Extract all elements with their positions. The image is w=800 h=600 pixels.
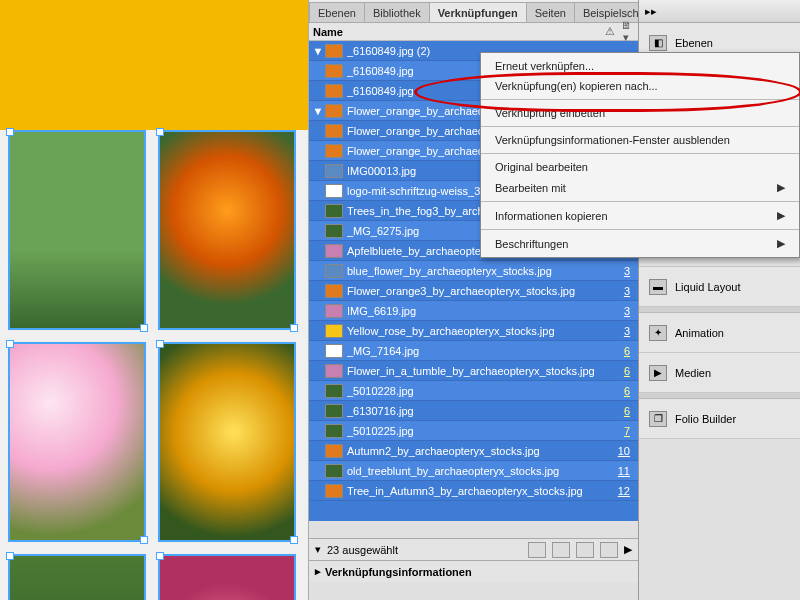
placed-image[interactable]	[8, 342, 146, 542]
link-thumbnail-icon	[325, 184, 343, 198]
link-thumbnail-icon	[325, 364, 343, 378]
link-row[interactable]: old_treeblunt_by_archaeopteryx_stocks.jp…	[309, 461, 638, 481]
link-row[interactable]: Tree_in_Autumn3_by_archaeopteryx_stocks.…	[309, 481, 638, 501]
link-page[interactable]: 7	[614, 425, 636, 437]
link-name: _5010228.jpg	[347, 385, 614, 397]
link-page[interactable]: 3	[614, 325, 636, 337]
placed-image[interactable]	[158, 554, 296, 600]
link-page[interactable]: 12	[614, 485, 636, 497]
menu-embed-link[interactable]: Verknüpfung einbetten	[481, 103, 799, 123]
goto-link-button[interactable]	[552, 542, 570, 558]
placed-image[interactable]	[158, 342, 296, 542]
link-thumbnail-icon	[325, 404, 343, 418]
link-name: _5010225.jpg	[347, 425, 614, 437]
link-thumbnail-icon	[325, 464, 343, 478]
menu-copy-info[interactable]: Informationen kopieren▶	[481, 205, 799, 226]
disclosure-icon[interactable]: ▸	[315, 565, 321, 578]
link-name: Autumn2_by_archaeopteryx_stocks.jpg	[347, 445, 614, 457]
disclosure-icon[interactable]: ▼	[311, 105, 325, 117]
menu-separator	[481, 99, 799, 100]
tab-bibliothek[interactable]: Bibliothek	[364, 2, 430, 22]
link-name: Yellow_rose_by_archaeopteryx_stocks.jpg	[347, 325, 614, 337]
link-page[interactable]: 10	[614, 445, 636, 457]
link-thumbnail-icon	[325, 144, 343, 158]
link-thumbnail-icon	[325, 304, 343, 318]
page-background	[0, 0, 308, 130]
link-row[interactable]: _6130716.jpg6	[309, 401, 638, 421]
scroll-right-icon[interactable]: ▶	[624, 543, 632, 556]
link-page[interactable]: 3	[614, 285, 636, 297]
menu-separator	[481, 201, 799, 202]
submenu-arrow-icon: ▶	[777, 209, 785, 222]
tab-beispiel[interactable]: Beispielsch	[574, 2, 648, 22]
link-name: blue_flower_by_archaeopteryx_stocks.jpg	[347, 265, 614, 277]
link-page[interactable]: 6	[614, 405, 636, 417]
placed-image[interactable]	[8, 130, 146, 330]
animation-icon: ✦	[649, 325, 667, 341]
menu-copy-links-to[interactable]: Verknüpfung(en) kopieren nach...	[481, 76, 799, 96]
rail-medien[interactable]: ▶Medien	[639, 353, 800, 393]
menu-edit-with[interactable]: Bearbeiten mit▶	[481, 177, 799, 198]
link-page[interactable]: 6	[614, 385, 636, 397]
link-thumbnail-icon	[325, 64, 343, 78]
selection-status: 23 ausgewählt	[327, 544, 522, 556]
link-row[interactable]: blue_flower_by_archaeopteryx_stocks.jpg3	[309, 261, 638, 281]
panel-tabs: Ebenen Bibliothek Verknüpfungen Seiten B…	[309, 0, 638, 23]
link-thumbnail-icon	[325, 104, 343, 118]
rail-liquid-layout[interactable]: ▬Liquid Layout	[639, 267, 800, 307]
link-page[interactable]: 3	[614, 265, 636, 277]
links-footer: ▾ 23 ausgewählt ▶	[309, 538, 638, 560]
menu-relink[interactable]: Erneut verknüpfen...	[481, 56, 799, 76]
selection-count-icon: ▾	[315, 543, 321, 556]
tab-seiten[interactable]: Seiten	[526, 2, 575, 22]
link-name: _MG_7164.jpg	[347, 345, 614, 357]
submenu-arrow-icon: ▶	[777, 237, 785, 250]
disclosure-icon[interactable]: ▼	[311, 45, 325, 57]
link-info-header[interactable]: ▸ Verknüpfungsinformationen	[309, 560, 638, 582]
tab-verknuepfungen[interactable]: Verknüpfungen	[429, 2, 527, 22]
link-row[interactable]: _MG_7164.jpg6	[309, 341, 638, 361]
menu-captions[interactable]: Beschriftungen▶	[481, 233, 799, 254]
link-row[interactable]: _5010228.jpg6	[309, 381, 638, 401]
links-column-header[interactable]: Name ⚠ 🗎▾	[309, 23, 638, 41]
link-page[interactable]: 11	[614, 465, 636, 477]
link-thumbnail-icon	[325, 324, 343, 338]
update-link-button[interactable]	[576, 542, 594, 558]
rail-folio-builder[interactable]: ❐Folio Builder	[639, 399, 800, 439]
link-row[interactable]: _5010225.jpg7	[309, 421, 638, 441]
page-icon: 🗎▾	[618, 19, 634, 44]
rail-animation[interactable]: ✦Animation	[639, 313, 800, 353]
menu-hide-linkinfo[interactable]: Verknüpfungsinformationen-Fenster ausble…	[481, 130, 799, 150]
context-menu: Erneut verknüpfen... Verknüpfung(en) kop…	[480, 52, 800, 258]
relink-button[interactable]	[528, 542, 546, 558]
link-row[interactable]: Flower_orange3_by_archaeopteryx_stocks.j…	[309, 281, 638, 301]
link-page[interactable]: 3	[614, 305, 636, 317]
col-name[interactable]: Name	[313, 26, 602, 38]
link-row[interactable]: Autumn2_by_archaeopteryx_stocks.jpg10	[309, 441, 638, 461]
placed-image[interactable]	[158, 130, 296, 330]
menu-edit-original[interactable]: Original bearbeiten	[481, 157, 799, 177]
rail-header[interactable]: ▸▸	[639, 0, 800, 23]
edit-original-button[interactable]	[600, 542, 618, 558]
liquid-layout-icon: ▬	[649, 279, 667, 295]
menu-separator	[481, 126, 799, 127]
placed-image[interactable]	[8, 554, 146, 600]
link-name: IMG_6619.jpg	[347, 305, 614, 317]
link-thumbnail-icon	[325, 84, 343, 98]
link-page[interactable]: 6	[614, 365, 636, 377]
tab-ebenen[interactable]: Ebenen	[309, 2, 365, 22]
document-canvas[interactable]	[0, 0, 308, 600]
layers-icon: ◧	[649, 35, 667, 51]
link-row[interactable]: Yellow_rose_by_archaeopteryx_stocks.jpg3	[309, 321, 638, 341]
link-thumbnail-icon	[325, 444, 343, 458]
link-thumbnail-icon	[325, 124, 343, 138]
link-thumbnail-icon	[325, 484, 343, 498]
link-name: Flower_in_a_tumble_by_archaeopteryx_stoc…	[347, 365, 614, 377]
link-page[interactable]: 6	[614, 345, 636, 357]
link-thumbnail-icon	[325, 264, 343, 278]
link-row[interactable]: IMG_6619.jpg3	[309, 301, 638, 321]
link-row[interactable]: Flower_in_a_tumble_by_archaeopteryx_stoc…	[309, 361, 638, 381]
submenu-arrow-icon: ▶	[777, 181, 785, 194]
link-thumbnail-icon	[325, 244, 343, 258]
link-thumbnail-icon	[325, 224, 343, 238]
